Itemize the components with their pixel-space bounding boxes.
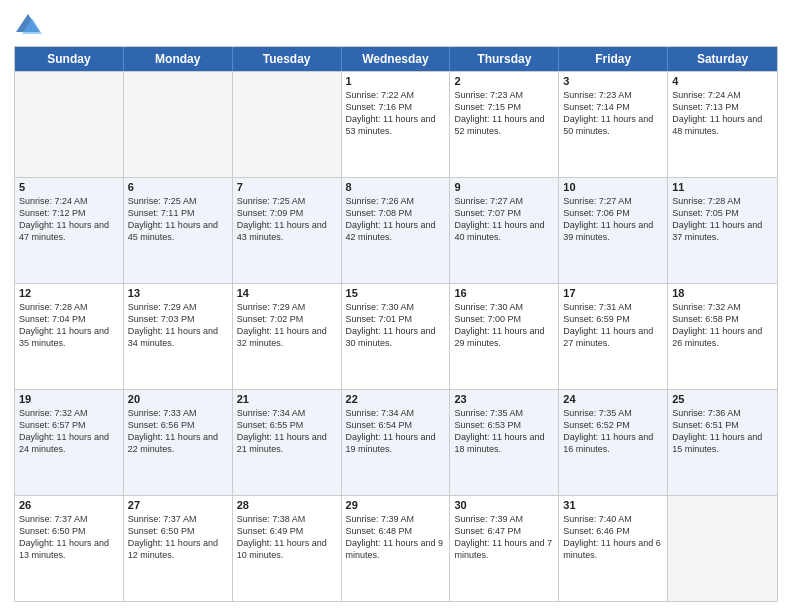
cell-info: Sunrise: 7:32 AM	[672, 301, 773, 313]
day-number: 21	[237, 393, 337, 405]
day-number: 22	[346, 393, 446, 405]
cell-info: Daylight: 11 hours and 18 minutes.	[454, 431, 554, 455]
day-number: 2	[454, 75, 554, 87]
cell-info: Daylight: 11 hours and 19 minutes.	[346, 431, 446, 455]
cell-info: Sunrise: 7:24 AM	[672, 89, 773, 101]
cell-info: Sunset: 7:02 PM	[237, 313, 337, 325]
cell-info: Daylight: 11 hours and 39 minutes.	[563, 219, 663, 243]
cell-info: Sunset: 6:56 PM	[128, 419, 228, 431]
cal-cell: 25Sunrise: 7:36 AMSunset: 6:51 PMDayligh…	[668, 390, 777, 495]
cell-info: Sunset: 7:07 PM	[454, 207, 554, 219]
cell-info: Daylight: 11 hours and 53 minutes.	[346, 113, 446, 137]
cal-cell: 7Sunrise: 7:25 AMSunset: 7:09 PMDaylight…	[233, 178, 342, 283]
cell-info: Sunrise: 7:35 AM	[454, 407, 554, 419]
day-number: 7	[237, 181, 337, 193]
day-number: 28	[237, 499, 337, 511]
day-number: 13	[128, 287, 228, 299]
cal-week-row: 1Sunrise: 7:22 AMSunset: 7:16 PMDaylight…	[15, 71, 777, 177]
cell-info: Sunset: 7:11 PM	[128, 207, 228, 219]
cell-info: Sunrise: 7:36 AM	[672, 407, 773, 419]
cell-info: Sunset: 6:54 PM	[346, 419, 446, 431]
cell-info: Sunrise: 7:23 AM	[563, 89, 663, 101]
cal-cell: 1Sunrise: 7:22 AMSunset: 7:16 PMDaylight…	[342, 72, 451, 177]
cell-info: Sunrise: 7:38 AM	[237, 513, 337, 525]
cal-header-wednesday: Wednesday	[342, 47, 451, 71]
cell-info: Sunrise: 7:25 AM	[237, 195, 337, 207]
cell-info: Daylight: 11 hours and 21 minutes.	[237, 431, 337, 455]
cal-cell: 27Sunrise: 7:37 AMSunset: 6:50 PMDayligh…	[124, 496, 233, 601]
cell-info: Sunrise: 7:39 AM	[454, 513, 554, 525]
cell-info: Sunrise: 7:33 AM	[128, 407, 228, 419]
cell-info: Daylight: 11 hours and 40 minutes.	[454, 219, 554, 243]
cell-info: Sunset: 7:01 PM	[346, 313, 446, 325]
cal-cell: 15Sunrise: 7:30 AMSunset: 7:01 PMDayligh…	[342, 284, 451, 389]
cal-header-friday: Friday	[559, 47, 668, 71]
cell-info: Daylight: 11 hours and 35 minutes.	[19, 325, 119, 349]
logo	[14, 10, 46, 38]
cal-cell: 16Sunrise: 7:30 AMSunset: 7:00 PMDayligh…	[450, 284, 559, 389]
day-number: 31	[563, 499, 663, 511]
cell-info: Sunset: 6:59 PM	[563, 313, 663, 325]
logo-icon	[14, 10, 42, 38]
cal-cell: 10Sunrise: 7:27 AMSunset: 7:06 PMDayligh…	[559, 178, 668, 283]
cell-info: Daylight: 11 hours and 29 minutes.	[454, 325, 554, 349]
cell-info: Sunset: 6:53 PM	[454, 419, 554, 431]
day-number: 5	[19, 181, 119, 193]
cal-header-tuesday: Tuesday	[233, 47, 342, 71]
cell-info: Daylight: 11 hours and 52 minutes.	[454, 113, 554, 137]
day-number: 14	[237, 287, 337, 299]
cell-info: Daylight: 11 hours and 45 minutes.	[128, 219, 228, 243]
cal-header-monday: Monday	[124, 47, 233, 71]
cal-header-sunday: Sunday	[15, 47, 124, 71]
cell-info: Sunrise: 7:24 AM	[19, 195, 119, 207]
cell-info: Daylight: 11 hours and 37 minutes.	[672, 219, 773, 243]
cal-cell: 3Sunrise: 7:23 AMSunset: 7:14 PMDaylight…	[559, 72, 668, 177]
cell-info: Daylight: 11 hours and 6 minutes.	[563, 537, 663, 561]
day-number: 25	[672, 393, 773, 405]
cal-cell	[15, 72, 124, 177]
day-number: 12	[19, 287, 119, 299]
cell-info: Daylight: 11 hours and 27 minutes.	[563, 325, 663, 349]
cal-header-saturday: Saturday	[668, 47, 777, 71]
cell-info: Sunrise: 7:32 AM	[19, 407, 119, 419]
calendar-header-row: SundayMondayTuesdayWednesdayThursdayFrid…	[15, 47, 777, 71]
day-number: 19	[19, 393, 119, 405]
cell-info: Sunset: 6:49 PM	[237, 525, 337, 537]
cell-info: Daylight: 11 hours and 26 minutes.	[672, 325, 773, 349]
day-number: 10	[563, 181, 663, 193]
day-number: 20	[128, 393, 228, 405]
cal-header-thursday: Thursday	[450, 47, 559, 71]
cal-cell: 22Sunrise: 7:34 AMSunset: 6:54 PMDayligh…	[342, 390, 451, 495]
cell-info: Sunset: 7:00 PM	[454, 313, 554, 325]
cal-cell	[124, 72, 233, 177]
cell-info: Sunset: 6:48 PM	[346, 525, 446, 537]
cell-info: Sunset: 6:58 PM	[672, 313, 773, 325]
day-number: 8	[346, 181, 446, 193]
day-number: 26	[19, 499, 119, 511]
cal-cell: 12Sunrise: 7:28 AMSunset: 7:04 PMDayligh…	[15, 284, 124, 389]
cell-info: Sunrise: 7:27 AM	[563, 195, 663, 207]
day-number: 11	[672, 181, 773, 193]
day-number: 29	[346, 499, 446, 511]
cell-info: Sunrise: 7:28 AM	[19, 301, 119, 313]
cell-info: Sunrise: 7:25 AM	[128, 195, 228, 207]
cell-info: Daylight: 11 hours and 30 minutes.	[346, 325, 446, 349]
cell-info: Sunset: 6:55 PM	[237, 419, 337, 431]
cell-info: Daylight: 11 hours and 12 minutes.	[128, 537, 228, 561]
cell-info: Sunset: 6:47 PM	[454, 525, 554, 537]
cal-week-row: 26Sunrise: 7:37 AMSunset: 6:50 PMDayligh…	[15, 495, 777, 601]
day-number: 17	[563, 287, 663, 299]
page-header	[14, 10, 778, 38]
cal-week-row: 5Sunrise: 7:24 AMSunset: 7:12 PMDaylight…	[15, 177, 777, 283]
cell-info: Sunset: 7:05 PM	[672, 207, 773, 219]
cell-info: Sunset: 7:03 PM	[128, 313, 228, 325]
day-number: 6	[128, 181, 228, 193]
cell-info: Sunset: 6:52 PM	[563, 419, 663, 431]
cal-cell: 30Sunrise: 7:39 AMSunset: 6:47 PMDayligh…	[450, 496, 559, 601]
cell-info: Daylight: 11 hours and 34 minutes.	[128, 325, 228, 349]
cal-cell: 11Sunrise: 7:28 AMSunset: 7:05 PMDayligh…	[668, 178, 777, 283]
cell-info: Sunset: 6:51 PM	[672, 419, 773, 431]
cell-info: Sunset: 7:08 PM	[346, 207, 446, 219]
cell-info: Sunrise: 7:29 AM	[128, 301, 228, 313]
day-number: 4	[672, 75, 773, 87]
